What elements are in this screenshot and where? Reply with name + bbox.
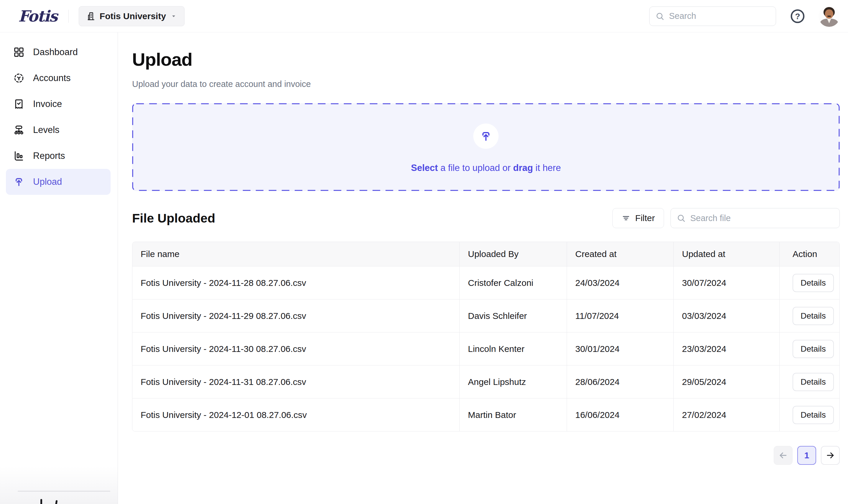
sidebar-item-label: Invoice <box>33 99 62 109</box>
cell-updated-at: 30/07/2024 <box>673 267 779 299</box>
column-header-file-name: File name <box>132 242 459 266</box>
fotis-logo: Fotis <box>18 7 57 25</box>
question-mark-glyph: ? <box>795 12 800 21</box>
dropzone-drag-word: drag <box>513 163 533 173</box>
pagination-prev-button[interactable] <box>774 446 793 465</box>
cell-uploaded-by: Martin Bator <box>459 398 567 431</box>
accounts-scan-icon <box>13 72 25 84</box>
sidebar-nav: Dashboard Accounts <box>0 32 118 195</box>
pagination: 1 <box>132 446 840 465</box>
cell-file-name: Fotis University - 2024-11-31 08.27.06.c… <box>132 365 459 398</box>
dropzone-upload-badge <box>473 124 499 149</box>
arrow-left-icon <box>778 450 788 461</box>
details-button[interactable]: Details <box>793 307 834 325</box>
column-header-uploaded-by: Uploaded By <box>459 242 567 266</box>
sidebar-item-reports[interactable]: Reports <box>6 143 110 169</box>
sidebar-item-label: Accounts <box>33 73 71 84</box>
cell-uploaded-by: Davis Schleifer <box>459 300 567 332</box>
cell-uploaded-by: Angel Lipshutz <box>459 365 567 398</box>
cell-created-at: 30/01/2024 <box>567 332 673 365</box>
table-body: Fotis University - 2024-11-28 08.27.06.c… <box>132 266 840 431</box>
dropzone-select-word: Select <box>411 163 438 173</box>
topbar-divider <box>68 10 69 23</box>
cell-action: Details <box>779 300 840 332</box>
reports-chart-icon <box>13 150 25 162</box>
upload-arrow-icon <box>479 130 492 143</box>
sidebar-item-label: Levels <box>33 125 59 135</box>
page-subtitle: Upload your data to create account and i… <box>132 79 840 89</box>
sidebar: Dashboard Accounts <box>0 32 118 504</box>
sidebar-item-label: Dashboard <box>33 47 78 57</box>
table-row: Fotis University - 2024-11-30 08.27.06.c… <box>132 332 840 365</box>
cell-created-at: 16/06/2024 <box>567 398 673 431</box>
sidebar-item-upload[interactable]: Upload <box>6 169 110 195</box>
cell-action: Details <box>779 365 840 398</box>
main-content: Upload Upload your data to create accoun… <box>118 32 848 504</box>
filter-lines-icon <box>621 214 631 222</box>
file-dropzone[interactable]: Select a file to upload or drag it here <box>132 103 840 191</box>
dropzone-instruction: Select a file to upload or drag it here <box>132 163 840 173</box>
files-section-title: File Uploaded <box>132 211 215 226</box>
cell-updated-at: 29/05/2024 <box>673 365 779 398</box>
column-header-created-at: Created at <box>567 242 673 266</box>
building-icon <box>86 12 95 21</box>
file-search-input[interactable] <box>690 213 833 223</box>
app-window: Fotis Fotis University <box>0 0 848 504</box>
levels-orgchart-icon <box>13 124 25 136</box>
files-controls: Filter <box>613 208 840 228</box>
sidebar-item-dashboard[interactable]: Dashboard <box>6 39 110 65</box>
user-avatar[interactable] <box>818 5 840 27</box>
sidebar-item-levels[interactable]: Levels <box>6 117 110 143</box>
table-row: Fotis University - 2024-11-28 08.27.06.c… <box>132 266 840 299</box>
cell-action: Details <box>779 398 840 431</box>
column-header-action: Action <box>779 242 840 266</box>
topbar-right: ? <box>649 5 840 27</box>
cell-file-name: Fotis University - 2024-11-30 08.27.06.c… <box>132 332 459 365</box>
cell-file-name: Fotis University - 2024-11-29 08.27.06.c… <box>132 300 459 332</box>
sidebar-item-label: Upload <box>33 177 62 187</box>
sidebar-item-invoice[interactable]: Invoice <box>6 91 110 117</box>
pagination-page-1[interactable]: 1 <box>797 446 816 465</box>
table-header-row: File name Uploaded By Created at Updated… <box>132 242 840 266</box>
pagination-next-button[interactable] <box>821 446 840 465</box>
upload-arrow-icon <box>13 176 25 188</box>
file-search[interactable] <box>671 208 840 228</box>
arrow-right-icon <box>825 450 835 461</box>
cell-updated-at: 03/03/2024 <box>673 300 779 332</box>
clipped-partial-icon <box>37 499 64 504</box>
uploaded-files-table: File name Uploaded By Created at Updated… <box>132 242 840 432</box>
cell-updated-at: 23/03/2024 <box>673 332 779 365</box>
cell-created-at: 24/03/2024 <box>567 267 673 299</box>
top-bar: Fotis Fotis University <box>0 0 848 32</box>
global-search[interactable] <box>649 6 776 26</box>
table-row: Fotis University - 2024-11-31 08.27.06.c… <box>132 365 840 398</box>
cell-action: Details <box>779 332 840 365</box>
invoice-receipt-icon <box>13 98 25 110</box>
details-button[interactable]: Details <box>793 373 834 391</box>
details-button[interactable]: Details <box>793 406 834 424</box>
sidebar-footer-divider <box>18 491 110 492</box>
cell-updated-at: 27/02/2024 <box>673 398 779 431</box>
org-switcher-button[interactable]: Fotis University <box>79 6 184 26</box>
help-button[interactable]: ? <box>790 8 806 24</box>
table-row: Fotis University - 2024-11-29 08.27.06.c… <box>132 299 840 332</box>
table-row: Fotis University - 2024-12-01 08.27.06.c… <box>132 398 840 431</box>
search-icon <box>677 214 686 222</box>
page-title: Upload <box>132 49 840 70</box>
details-button[interactable]: Details <box>793 274 834 292</box>
cell-file-name: Fotis University - 2024-11-28 08.27.06.c… <box>132 267 459 299</box>
search-icon <box>655 12 664 21</box>
sidebar-item-accounts[interactable]: Accounts <box>6 65 110 91</box>
cell-created-at: 28/06/2024 <box>567 365 673 398</box>
cell-uploaded-by: Cristofer Calzoni <box>459 267 567 299</box>
org-switcher-label: Fotis University <box>100 11 166 21</box>
files-section-header: File Uploaded Filter <box>132 208 840 228</box>
cell-file-name: Fotis University - 2024-12-01 08.27.06.c… <box>132 398 459 431</box>
cell-action: Details <box>779 267 840 299</box>
global-search-input[interactable] <box>669 11 770 21</box>
details-button[interactable]: Details <box>793 340 834 358</box>
cell-created-at: 11/07/2024 <box>567 300 673 332</box>
cell-uploaded-by: Lincoln Kenter <box>459 332 567 365</box>
filter-button[interactable]: Filter <box>613 208 664 228</box>
dashboard-grid-icon <box>13 46 25 58</box>
